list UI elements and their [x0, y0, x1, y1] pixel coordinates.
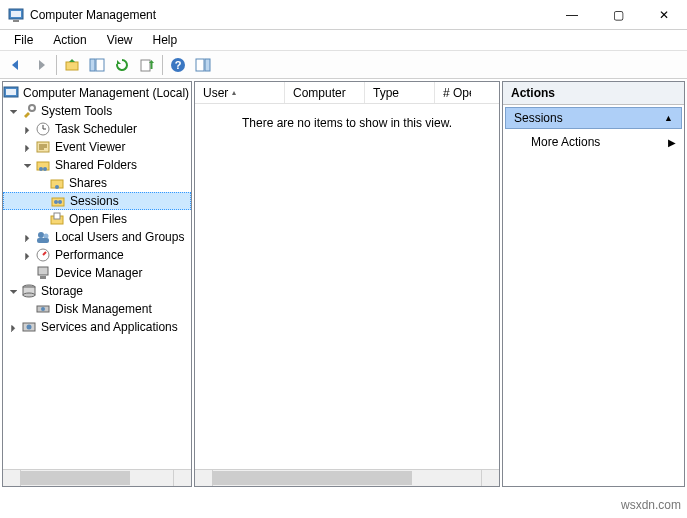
tree-sessions[interactable]: Sessions — [3, 192, 191, 210]
expander-icon[interactable]: ⏵ — [21, 142, 35, 153]
column-label: Computer — [293, 86, 346, 100]
column-type[interactable]: Type — [365, 82, 435, 103]
list-body: There are no items to show in this view. — [195, 104, 499, 469]
refresh-icon[interactable] — [110, 53, 134, 77]
tree-device-manager[interactable]: Device Manager — [3, 264, 191, 282]
back-button[interactable] — [4, 53, 28, 77]
svg-rect-25 — [54, 213, 60, 219]
svg-rect-31 — [40, 276, 46, 279]
show-hide-action-icon[interactable] — [191, 53, 215, 77]
svg-rect-1 — [11, 11, 21, 17]
action-more-actions[interactable]: More Actions ▶ — [503, 131, 684, 153]
svg-point-38 — [27, 325, 32, 330]
console-tree[interactable]: Computer Management (Local) ⏷ System Too… — [3, 82, 191, 469]
menubar: File Action View Help — [0, 30, 687, 51]
svg-text:?: ? — [175, 59, 182, 71]
svg-rect-6 — [141, 60, 150, 71]
svg-rect-9 — [196, 59, 204, 71]
watermark: wsxdn.com — [621, 498, 681, 512]
expander-icon[interactable]: ⏷ — [21, 160, 35, 171]
tree-label: Computer Management (Local) — [23, 86, 189, 100]
tree-label: Disk Management — [55, 302, 152, 316]
column-open[interactable]: # Open — [435, 82, 499, 103]
tree-shared-folders[interactable]: ⏷ Shared Folders — [3, 156, 191, 174]
svg-point-17 — [39, 167, 43, 171]
actions-group-label: Sessions — [514, 111, 563, 125]
tree-shares[interactable]: Shares — [3, 174, 191, 192]
svg-point-34 — [23, 293, 35, 297]
help-icon[interactable]: ? — [166, 53, 190, 77]
tree-disk-management[interactable]: Disk Management — [3, 300, 191, 318]
svg-rect-5 — [96, 59, 104, 71]
empty-message: There are no items to show in this view. — [242, 116, 452, 469]
tree-services-apps[interactable]: ⏵ Services and Applications — [3, 318, 191, 336]
svg-point-36 — [41, 307, 45, 311]
tree-open-files[interactable]: Open Files — [3, 210, 191, 228]
column-user[interactable]: User ▴ — [195, 82, 285, 103]
actions-group-sessions[interactable]: Sessions ▲ — [505, 107, 682, 129]
clock-icon — [35, 121, 51, 137]
column-label: Type — [373, 86, 399, 100]
expander-icon[interactable]: ⏷ — [7, 286, 21, 297]
forward-button[interactable] — [29, 53, 53, 77]
svg-rect-3 — [66, 62, 78, 70]
tree-panel: Computer Management (Local) ⏷ System Too… — [2, 81, 192, 487]
export-list-icon[interactable] — [135, 53, 159, 77]
tree-performance[interactable]: ⏵ Performance — [3, 246, 191, 264]
collapse-icon[interactable]: ▲ — [664, 113, 673, 123]
maximize-button[interactable]: ▢ — [595, 0, 641, 30]
svg-point-23 — [58, 200, 62, 204]
tree-label: Task Scheduler — [55, 122, 137, 136]
tree-label: Shares — [69, 176, 107, 190]
list-header: User ▴ Computer Type # Open — [195, 82, 499, 104]
menu-action[interactable]: Action — [43, 31, 96, 49]
minimize-button[interactable]: — — [549, 0, 595, 30]
expander-icon[interactable]: ⏵ — [7, 322, 21, 333]
expander-icon[interactable]: ⏵ — [21, 250, 35, 261]
tree-label: Performance — [55, 248, 124, 262]
tree-label: Services and Applications — [41, 320, 178, 334]
svg-point-26 — [38, 232, 44, 238]
tree-event-viewer[interactable]: ⏵ Event Viewer — [3, 138, 191, 156]
performance-icon — [35, 247, 51, 263]
column-label: # Open — [443, 86, 471, 100]
expander-icon[interactable]: ⏷ — [7, 106, 21, 117]
svg-point-18 — [43, 167, 47, 171]
tree-local-users[interactable]: ⏵ Local Users and Groups — [3, 228, 191, 246]
list-panel: User ▴ Computer Type # Open There are no… — [194, 81, 500, 487]
tree-hscrollbar[interactable] — [3, 469, 191, 486]
tools-icon — [21, 103, 37, 119]
list-hscrollbar[interactable] — [195, 469, 499, 486]
tree-storage[interactable]: ⏷ Storage — [3, 282, 191, 300]
expander-icon[interactable]: ⏵ — [21, 124, 35, 135]
close-button[interactable]: ✕ — [641, 0, 687, 30]
sessions-icon — [50, 193, 66, 209]
svg-rect-12 — [6, 89, 16, 95]
tree-label: System Tools — [41, 104, 112, 118]
window-title: Computer Management — [30, 8, 549, 22]
svg-rect-28 — [37, 238, 49, 243]
computer-management-icon — [3, 85, 19, 101]
tree-task-scheduler[interactable]: ⏵ Task Scheduler — [3, 120, 191, 138]
svg-rect-4 — [90, 59, 95, 71]
tree-system-tools[interactable]: ⏷ System Tools — [3, 102, 191, 120]
tree-label: Device Manager — [55, 266, 142, 280]
column-computer[interactable]: Computer — [285, 82, 365, 103]
menu-view[interactable]: View — [97, 31, 143, 49]
menu-file[interactable]: File — [4, 31, 43, 49]
expander-icon[interactable]: ⏵ — [21, 232, 35, 243]
tree-label: Storage — [41, 284, 83, 298]
menu-help[interactable]: Help — [143, 31, 188, 49]
workspace: Computer Management (Local) ⏷ System Too… — [0, 79, 687, 489]
up-icon[interactable] — [60, 53, 84, 77]
column-label: User — [203, 86, 228, 100]
event-icon — [35, 139, 51, 155]
svg-point-22 — [54, 200, 58, 204]
app-icon — [8, 7, 24, 23]
tree-root[interactable]: Computer Management (Local) — [3, 84, 191, 102]
storage-icon — [21, 283, 37, 299]
svg-rect-10 — [205, 59, 210, 71]
svg-rect-2 — [13, 20, 19, 22]
tree-label: Shared Folders — [55, 158, 137, 172]
show-hide-tree-icon[interactable] — [85, 53, 109, 77]
